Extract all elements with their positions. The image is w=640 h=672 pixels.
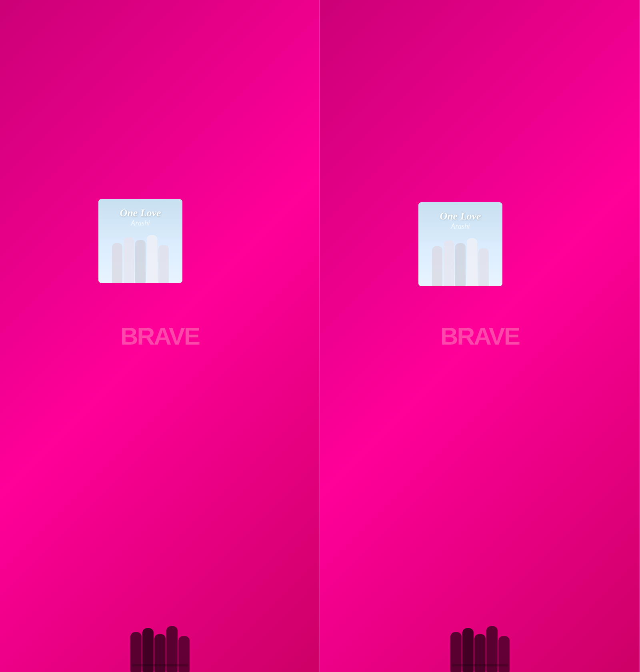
more-works-right: 嵐 その他の作品 すべて見る BRAVE [320, 179, 640, 385]
album-cover-one-love-left: One Love Arashi [98, 199, 182, 283]
albums-scroll-right: BRAVE BRAVE - Single 2019年 [328, 202, 632, 307]
phone-panel-right: 19:27 ➤ 4G ‹ ライブラリ ARASHI TurningUp [320, 0, 640, 672]
album-cover-brave-right: BRAVE [328, 202, 412, 286]
album-card-brave-left[interactable]: BRAVE BRAVE - Single 2019年 [8, 199, 92, 303]
one-love-art-right: One Love Arashi [418, 202, 502, 286]
one-love-text-overlay-right: One Love Arashi [440, 210, 481, 231]
brave-cover-art: BRAVE [8, 199, 92, 283]
one-love-art: One Love Arashi [98, 199, 182, 283]
home-bar-right [452, 664, 508, 666]
one-love-people-right [418, 234, 502, 286]
brave-cover-art-right: BRAVE [328, 202, 412, 286]
one-love-text-overlay: One Love Arashi [120, 207, 161, 227]
phone-panel-left: 19:27 ➤ 4G ‹ ライブラリ ARASHI TurningU [0, 0, 320, 672]
album-cover-one-love-right: One Love Arashi [418, 202, 502, 286]
albums-scroll-left: BRAVE BRAVE - Single 2019年 [8, 199, 312, 303]
home-bar-left [132, 664, 188, 666]
one-love-people [98, 231, 182, 283]
album-cover-brave-left: BRAVE [8, 199, 92, 283]
album-card-brave-right[interactable]: BRAVE BRAVE - Single 2019年 [328, 202, 412, 307]
more-works-left: 嵐 その他の作品 すべて見る BRAVE [0, 176, 320, 384]
